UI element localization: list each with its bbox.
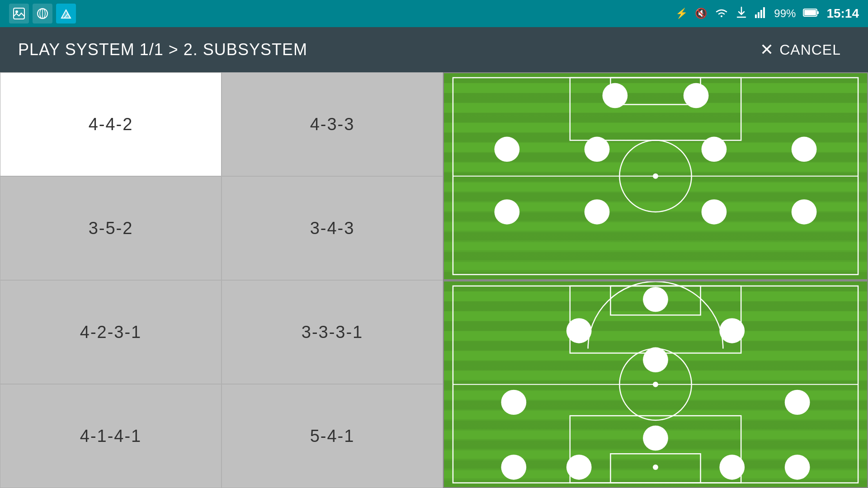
status-bar: ⚡ 🔇 99% 15:14 xyxy=(0,0,868,27)
svg-point-29 xyxy=(702,199,727,224)
formation-352[interactable]: 3-5-2 xyxy=(0,176,222,280)
app-icons xyxy=(9,4,76,23)
svg-point-26 xyxy=(792,137,817,162)
bluetooth-muted-icon: ⚡ xyxy=(675,8,688,19)
time-display: 15:14 xyxy=(826,6,859,21)
svg-rect-6 xyxy=(755,14,757,18)
svg-point-22 xyxy=(684,83,709,108)
svg-rect-12 xyxy=(817,11,819,14)
svg-point-30 xyxy=(792,199,817,224)
app-icon-mountain[interactable] xyxy=(56,4,76,23)
svg-point-23 xyxy=(495,137,520,162)
formation-433[interactable]: 4-3-3 xyxy=(222,72,443,176)
main-content: 4-4-2 4-3-3 3-5-2 3-4-3 4-2-3-1 3-3-3-1 … xyxy=(0,72,868,488)
wifi-icon xyxy=(714,6,729,21)
svg-point-52 xyxy=(785,455,810,479)
formation-4231[interactable]: 4-2-3-1 xyxy=(0,280,222,384)
app-icon-photos[interactable] xyxy=(9,4,29,23)
svg-point-20 xyxy=(653,174,658,179)
cancel-label: CANCEL xyxy=(779,42,841,58)
page-title: PLAY SYSTEM 1/1 > 2. SUBSYSTEM xyxy=(18,40,751,59)
download-icon xyxy=(736,6,747,21)
pitch-preview-top xyxy=(443,72,868,280)
close-icon: ✕ xyxy=(760,40,774,59)
svg-point-51 xyxy=(501,455,526,479)
svg-point-47 xyxy=(643,425,668,450)
svg-point-44 xyxy=(643,347,668,372)
formation-343[interactable]: 3-4-3 xyxy=(222,176,443,280)
formation-4141[interactable]: 4-1-4-1 xyxy=(0,384,222,488)
pitch-column xyxy=(443,72,868,488)
svg-point-27 xyxy=(495,199,520,224)
svg-point-25 xyxy=(702,137,727,162)
formation-541[interactable]: 5-4-1 xyxy=(222,384,443,488)
battery-percent: 99% xyxy=(774,7,796,20)
signal-icon xyxy=(754,6,767,21)
battery-icon xyxy=(803,8,819,19)
app-icon-tactics[interactable] xyxy=(33,4,52,23)
svg-point-41 xyxy=(643,286,668,311)
svg-rect-0 xyxy=(14,8,24,19)
pitch-preview-bottom xyxy=(443,280,868,488)
svg-point-49 xyxy=(653,464,658,469)
svg-rect-11 xyxy=(804,10,816,15)
svg-point-48 xyxy=(566,455,592,479)
svg-rect-7 xyxy=(758,12,760,18)
sound-muted-icon: 🔇 xyxy=(695,8,707,19)
formation-grid: 4-4-2 4-3-3 3-5-2 3-4-3 4-2-3-1 3-3-3-1 … xyxy=(0,72,443,488)
svg-point-42 xyxy=(566,318,592,343)
svg-point-45 xyxy=(501,389,526,414)
svg-point-43 xyxy=(719,318,745,343)
svg-rect-8 xyxy=(760,10,762,18)
header: PLAY SYSTEM 1/1 > 2. SUBSYSTEM ✕ CANCEL xyxy=(0,27,868,72)
svg-rect-9 xyxy=(763,7,765,18)
svg-point-24 xyxy=(585,137,610,162)
cancel-button[interactable]: ✕ CANCEL xyxy=(751,36,850,64)
svg-point-38 xyxy=(653,381,658,387)
svg-point-21 xyxy=(603,83,628,108)
svg-point-1 xyxy=(15,10,18,13)
svg-point-50 xyxy=(719,455,745,479)
formation-442[interactable]: 4-4-2 xyxy=(0,72,222,176)
svg-point-28 xyxy=(585,199,610,224)
svg-point-46 xyxy=(785,389,810,414)
formation-3331[interactable]: 3-3-3-1 xyxy=(222,280,443,384)
